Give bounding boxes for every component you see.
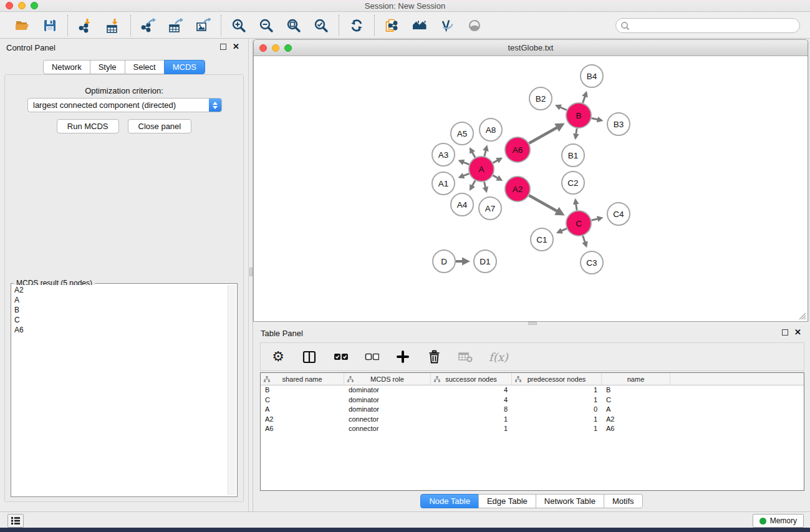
add-column-icon[interactable] <box>395 347 410 366</box>
mcds-result-item[interactable]: B <box>12 305 228 315</box>
table-row[interactable]: Adominator80A <box>261 405 804 415</box>
graph-edge-B-B4[interactable] <box>583 93 587 104</box>
import-table-icon[interactable] <box>104 16 122 35</box>
mcds-result-item[interactable]: A2 <box>12 285 228 295</box>
open-file-icon[interactable] <box>13 16 32 35</box>
graph-edge-A-A3[interactable] <box>460 161 469 165</box>
float-panel-icon[interactable] <box>220 44 226 50</box>
column-header-successor-nodes[interactable]: successor nodes <box>431 373 512 385</box>
search-input[interactable] <box>615 18 800 33</box>
tab-style[interactable]: Style <box>90 60 125 74</box>
birds-eye-view-icon[interactable] <box>465 16 484 35</box>
table-row[interactable]: Bdominator41B <box>261 385 804 395</box>
table-cell[interactable]: dominator <box>344 405 431 415</box>
mcds-result-item[interactable]: A6 <box>12 325 228 335</box>
graphics-details-icon[interactable] <box>438 16 456 35</box>
graph-edge-C-C2[interactable] <box>576 200 577 210</box>
export-table-icon[interactable] <box>166 16 185 35</box>
table-row[interactable]: A6connector11A6 <box>261 424 804 434</box>
tab-network[interactable]: Network <box>43 60 90 74</box>
table-cell[interactable]: 0 <box>512 405 602 415</box>
clone-network-icon[interactable] <box>383 16 402 35</box>
graph-edge-A6-B[interactable] <box>529 125 562 143</box>
result-scrollbar[interactable] <box>228 285 236 495</box>
tab-network-table[interactable]: Network Table <box>536 494 604 508</box>
table-cell[interactable]: connector <box>344 415 431 425</box>
graph-edge-A-A5[interactable] <box>470 149 475 158</box>
tab-motifs[interactable]: Motifs <box>604 494 643 508</box>
table-cell[interactable]: connector <box>344 424 431 434</box>
dropdown-stepper-icon[interactable] <box>209 99 221 112</box>
graph-edge-A-A8[interactable] <box>485 147 487 156</box>
column-header-shared-name[interactable]: shared name <box>261 373 344 385</box>
zoom-fit-icon[interactable] <box>284 16 303 35</box>
refresh-icon[interactable] <box>347 16 366 35</box>
criterion-dropdown[interactable]: largest connected component (directed) <box>27 98 222 112</box>
table-cell[interactable]: 8 <box>431 405 512 415</box>
zoom-out-icon[interactable] <box>257 16 276 35</box>
network-window-titlebar[interactable]: testGlobe.txt <box>254 40 808 56</box>
splitter-grip[interactable] <box>249 268 253 276</box>
import-network-icon[interactable] <box>76 16 95 35</box>
mcds-result-item[interactable]: A <box>12 295 228 305</box>
graph-edge-C-C3[interactable] <box>583 236 587 246</box>
zoom-in-icon[interactable] <box>229 16 248 35</box>
table-cell[interactable]: 1 <box>431 424 512 434</box>
home-icon[interactable] <box>410 16 429 35</box>
table-cell[interactable]: 4 <box>431 385 512 395</box>
table-cell[interactable]: 1 <box>512 385 602 395</box>
export-image-icon[interactable] <box>194 16 213 35</box>
tab-mcds[interactable]: MCDS <box>164 60 205 74</box>
graph-edge-C-C4[interactable] <box>591 218 601 220</box>
graph-edge-B-B2[interactable] <box>557 105 567 110</box>
select-all-icon[interactable] <box>333 347 348 366</box>
column-header-name[interactable]: name <box>602 373 670 385</box>
resize-grip-icon[interactable] <box>798 312 806 320</box>
zoom-selected-icon[interactable] <box>312 16 330 35</box>
table-cell[interactable]: 1 <box>512 424 602 434</box>
mcds-result-list[interactable]: A2ABCA6 <box>12 285 228 495</box>
table-row[interactable]: A2connector11A2 <box>261 415 804 425</box>
table-cell[interactable]: A2 <box>602 415 670 425</box>
table-cell[interactable]: C <box>602 395 670 405</box>
table-cell[interactable]: B <box>602 385 670 395</box>
memory-button[interactable]: Memory <box>753 514 804 528</box>
graph-edge-A-A6[interactable] <box>493 158 501 163</box>
graph-edge-A-A7[interactable] <box>485 181 486 191</box>
table-cell[interactable]: dominator <box>344 395 431 405</box>
table-cell[interactable]: C <box>261 395 344 405</box>
graph-edge-A-A4[interactable] <box>470 180 475 189</box>
graph-edge-B-B1[interactable] <box>576 128 577 138</box>
table-cell[interactable]: dominator <box>344 385 431 395</box>
table-cell[interactable]: A <box>261 405 344 415</box>
network-graph[interactable]: B4B2BB3B1A5A8A6A3AA1C2A2A4A7C4CC1C3DD1 <box>254 56 808 321</box>
graph-edge-A-A1[interactable] <box>460 173 469 177</box>
close-panel-button[interactable]: Close panel <box>128 119 192 133</box>
delete-column-icon[interactable] <box>427 347 441 366</box>
table-cell[interactable]: 4 <box>431 395 512 405</box>
settings-icon[interactable]: ⚙ <box>271 347 286 366</box>
float-panel-icon[interactable] <box>782 329 788 336</box>
table-cell[interactable]: 1 <box>512 395 602 405</box>
table-cell[interactable]: B <box>261 385 344 395</box>
export-network-icon[interactable] <box>139 16 158 35</box>
tab-node-table[interactable]: Node Table <box>420 494 479 508</box>
vertical-splitter[interactable] <box>248 39 253 511</box>
table-cell[interactable]: A2 <box>261 415 344 425</box>
table-cell[interactable]: 1 <box>431 415 512 425</box>
table-row[interactable]: Cdominator41C <box>261 395 804 405</box>
task-history-button[interactable] <box>7 514 24 528</box>
save-session-icon[interactable] <box>41 16 59 35</box>
column-header-MCDS-role[interactable]: MCDS role <box>344 373 431 385</box>
table-cell[interactable]: A <box>602 405 670 415</box>
tab-select[interactable]: Select <box>125 60 165 74</box>
graph-edge-B-B3[interactable] <box>592 118 602 120</box>
mcds-result-item[interactable]: C <box>12 315 228 325</box>
tab-edge-table[interactable]: Edge Table <box>478 494 536 508</box>
deselect-all-icon[interactable] <box>364 347 379 366</box>
graph-edge-A2-C[interactable] <box>529 195 562 214</box>
run-mcds-button[interactable]: Run MCDS <box>57 119 119 133</box>
close-panel-icon[interactable]: ✕ <box>233 44 239 50</box>
column-header-predecessor-nodes[interactable]: predecessor nodes <box>512 373 602 385</box>
graph-edge-A-A2[interactable] <box>493 175 501 180</box>
